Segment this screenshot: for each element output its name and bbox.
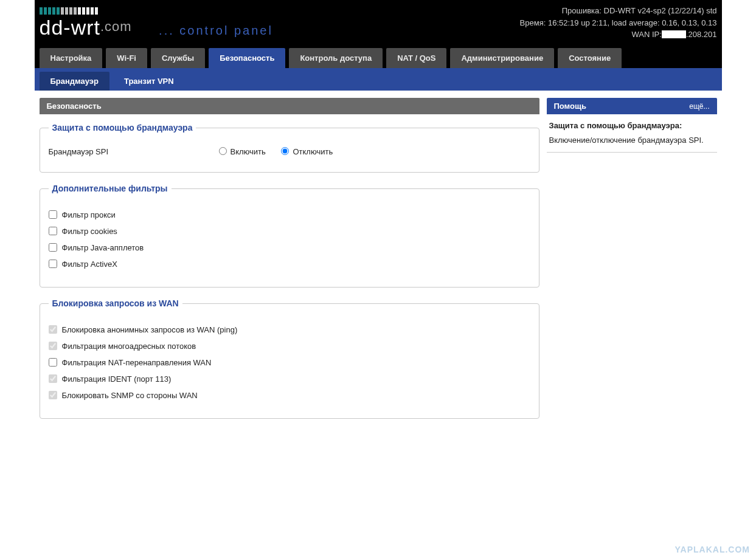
filter-label-2[interactable]: Фильтр Java-апплетов — [62, 243, 144, 252]
main-tab-1[interactable]: Wi-Fi — [106, 48, 147, 68]
wanblock-label-2[interactable]: Фильтрация NAT-перенаправления WAN — [62, 358, 212, 367]
logo-suffix: .com — [100, 19, 132, 34]
wanblock-checkbox-4 — [49, 391, 57, 399]
control-panel-subtitle: ... control panel — [159, 24, 273, 37]
filter-label-0[interactable]: Фильтр прокси — [62, 210, 116, 219]
wanblock-row-0: Блокировка анонимных запросов из WAN (pi… — [49, 325, 530, 334]
help-header: Помощь ещё... — [547, 98, 717, 114]
time-label: Время: — [520, 18, 546, 27]
section-header: Безопасность — [40, 98, 539, 114]
main-tab-6[interactable]: Администрирование — [450, 48, 554, 68]
main-tab-2[interactable]: Службы — [151, 48, 205, 68]
logo-text: dd-wrt.com ... control panel — [40, 16, 273, 40]
spi-enable-option[interactable]: Включить — [219, 147, 266, 156]
main-tab-4[interactable]: Контроль доступа — [289, 48, 383, 68]
wanblock-checkbox-3 — [49, 374, 57, 383]
sub-tabs: БрандмауэрТранзит VPN — [35, 68, 722, 91]
firmware-label: Прошивка: — [562, 6, 602, 15]
wanblock-row-4: Блокировать SNMP со стороны WAN — [49, 391, 530, 400]
main-tabs: НастройкаWi-FiСлужбыБезопасностьКонтроль… — [35, 46, 722, 68]
main-tab-0[interactable]: Настройка — [40, 48, 103, 68]
filter-row-1: Фильтр cookies — [49, 227, 530, 236]
help-more-link[interactable]: ещё... — [689, 102, 709, 111]
time-value: 16:52:19 up 2:11, load average: 0.16, 0.… — [548, 18, 717, 27]
sub-tab-0[interactable]: Брандмауэр — [40, 72, 109, 91]
filter-checkbox-2[interactable] — [49, 243, 57, 252]
filter-checkbox-0[interactable] — [49, 210, 57, 219]
logo-ticks-icon — [40, 6, 273, 15]
wanblock-checkbox-0 — [49, 325, 57, 334]
wanblock-checkbox-2[interactable] — [49, 358, 57, 367]
spi-label: Брандмауэр SPI — [49, 147, 219, 156]
firewall-legend: Защита с помощью брандмауэра — [49, 123, 196, 133]
spi-disable-radio[interactable] — [281, 147, 289, 155]
wanblock-label-0: Блокировка анонимных запросов из WAN (pi… — [62, 325, 238, 334]
filter-row-0: Фильтр прокси — [49, 210, 530, 219]
wanblock-label-1: Фильтрация многоадресных потоков — [62, 342, 196, 351]
firmware-value: DD-WRT v24-sp2 (12/22/14) std — [604, 6, 717, 15]
filter-checkbox-1[interactable] — [49, 227, 57, 235]
filter-row-2: Фильтр Java-апплетов — [49, 243, 530, 252]
help-body: Защита с помощью брандмауэра: Включение/… — [547, 114, 717, 153]
status-block: Прошивка: DD-WRT v24-sp2 (12/22/14) std … — [520, 4, 717, 41]
wanblock-row-3: Фильтрация IDENT (порт 113) — [49, 374, 530, 384]
wanblock-legend: Блокировка запросов из WAN — [49, 298, 182, 308]
wanblock-checkbox-1 — [49, 342, 57, 350]
spi-enable-radio[interactable] — [219, 147, 227, 155]
main-column: Безопасность Защита с помощью брандмауэр… — [40, 98, 539, 430]
wanip-value: .208.201 — [686, 30, 717, 39]
wanblock-label-3: Фильтрация IDENT (порт 113) — [62, 374, 172, 384]
wanblock-row-1: Фильтрация многоадресных потоков — [49, 342, 530, 351]
main-tab-3[interactable]: Безопасность — [209, 48, 285, 68]
header-bar: dd-wrt.com ... control panel Прошивка: D… — [35, 0, 722, 68]
filters-legend: Дополнительные фильтры — [49, 184, 172, 193]
filter-checkbox-3[interactable] — [49, 260, 57, 268]
help-item-title: Защита с помощью брандмауэра: — [549, 120, 715, 131]
content-area: Безопасность Защита с помощью брандмауэр… — [35, 91, 722, 444]
spi-enable-label: Включить — [231, 147, 266, 156]
spi-radio-group: Включить Отключить — [219, 147, 347, 156]
filter-row-3: Фильтр ActiveX — [49, 260, 530, 269]
logo-block: dd-wrt.com ... control panel — [40, 4, 273, 44]
sub-tab-1[interactable]: Транзит VPN — [113, 72, 185, 91]
wanblock-label-4: Блокировать SNMP со стороны WAN — [62, 391, 198, 400]
help-column: Помощь ещё... Защита с помощью брандмауэ… — [547, 98, 717, 153]
filters-fieldset: Дополнительные фильтры Фильтр проксиФиль… — [40, 184, 539, 288]
spi-disable-option[interactable]: Отключить — [281, 147, 333, 156]
wanip-label: WAN IP: — [632, 30, 662, 39]
filter-label-3[interactable]: Фильтр ActiveX — [62, 260, 117, 269]
main-tab-5[interactable]: NAT / QoS — [386, 48, 446, 68]
spi-disable-label: Отключить — [293, 147, 333, 156]
filter-label-1[interactable]: Фильтр cookies — [62, 227, 117, 236]
help-item-text: Включение/отключение брандмауэра SPI. — [549, 135, 715, 146]
help-title: Помощь — [554, 102, 586, 111]
wanblock-fieldset: Блокировка запросов из WAN Блокировка ан… — [40, 298, 539, 419]
firewall-fieldset: Защита с помощью брандмауэра Брандмауэр … — [40, 123, 539, 173]
main-tab-7[interactable]: Состояние — [558, 48, 622, 68]
logo-main: dd-wrt — [40, 16, 100, 39]
wanblock-row-2: Фильтрация NAT-перенаправления WAN — [49, 358, 530, 367]
wanip-masked — [662, 30, 686, 38]
